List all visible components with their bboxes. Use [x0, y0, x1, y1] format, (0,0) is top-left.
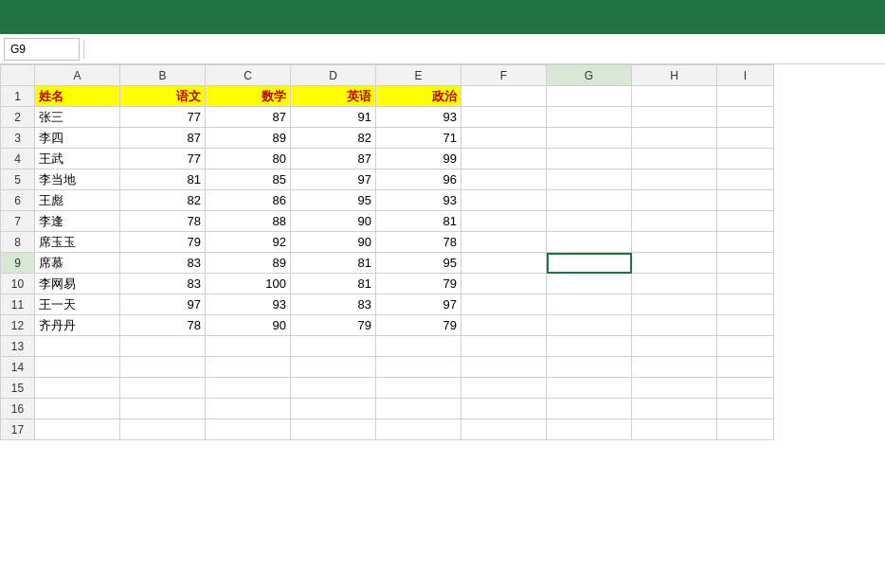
cell-6-D[interactable]: 95	[291, 190, 376, 211]
cell-15-B[interactable]	[120, 378, 206, 399]
cell-17-C[interactable]	[206, 419, 291, 440]
cell-17-D[interactable]	[291, 419, 376, 440]
col-header-F[interactable]: F	[461, 65, 547, 86]
cell-1-H[interactable]	[632, 86, 717, 107]
cell-7-F[interactable]	[461, 211, 547, 232]
row-header-4[interactable]: 4	[1, 149, 35, 169]
cell-13-F[interactable]	[461, 336, 547, 357]
row-header-12[interactable]: 12	[1, 315, 35, 336]
cell-2-G[interactable]	[547, 107, 632, 128]
row-header-10[interactable]: 10	[1, 274, 35, 294]
cell-15-C[interactable]	[206, 378, 291, 399]
cell-10-I[interactable]	[717, 274, 774, 294]
cell-14-E[interactable]	[376, 357, 461, 378]
cell-12-A[interactable]: 齐丹丹	[35, 315, 120, 336]
cell-12-B[interactable]: 78	[120, 315, 206, 336]
cell-4-G[interactable]	[547, 149, 632, 169]
row-header-15[interactable]: 15	[1, 378, 35, 399]
cell-6-E[interactable]: 93	[376, 190, 461, 211]
cell-11-C[interactable]: 93	[206, 294, 291, 315]
cell-2-I[interactable]	[717, 107, 774, 128]
cell-1-A[interactable]: 姓名	[35, 86, 120, 107]
cell-16-F[interactable]	[461, 399, 547, 419]
cell-7-I[interactable]	[717, 211, 774, 232]
cell-16-I[interactable]	[717, 399, 774, 419]
row-header-8[interactable]: 8	[1, 232, 35, 253]
cell-10-B[interactable]: 83	[120, 274, 206, 294]
cell-11-G[interactable]	[547, 294, 632, 315]
cell-10-C[interactable]: 100	[206, 274, 291, 294]
cell-2-A[interactable]: 张三	[35, 107, 120, 128]
cell-9-A[interactable]: 席慕	[35, 253, 120, 274]
cell-13-D[interactable]	[291, 336, 376, 357]
cell-13-G[interactable]	[547, 336, 632, 357]
cell-15-A[interactable]	[35, 378, 120, 399]
cell-12-G[interactable]	[547, 315, 632, 336]
cell-16-B[interactable]	[120, 399, 206, 419]
cell-7-H[interactable]	[632, 211, 717, 232]
col-header-G[interactable]: G	[547, 65, 632, 86]
row-header-16[interactable]: 16	[1, 399, 35, 419]
cell-13-E[interactable]	[376, 336, 461, 357]
cell-17-A[interactable]	[35, 419, 120, 440]
cell-15-F[interactable]	[461, 378, 547, 399]
menu-dev-tools[interactable]	[176, 13, 195, 21]
cell-2-C[interactable]: 87	[206, 107, 291, 128]
cell-6-G[interactable]	[547, 190, 632, 211]
cell-5-H[interactable]	[632, 169, 717, 190]
cell-5-A[interactable]: 李当地	[35, 169, 120, 190]
cell-5-E[interactable]: 96	[376, 169, 461, 190]
row-header-5[interactable]: 5	[1, 169, 35, 190]
cell-2-D[interactable]: 91	[291, 107, 376, 128]
menu-insert[interactable]	[44, 13, 63, 21]
cell-15-G[interactable]	[547, 378, 632, 399]
col-header-A[interactable]: A	[35, 65, 120, 86]
cell-11-D[interactable]: 83	[291, 294, 376, 315]
cell-16-A[interactable]	[35, 399, 120, 419]
cell-7-A[interactable]: 李逢	[35, 211, 120, 232]
cell-9-E[interactable]: 95	[376, 253, 461, 274]
cell-8-E[interactable]: 78	[376, 232, 461, 253]
cell-15-H[interactable]	[632, 378, 717, 399]
cell-17-G[interactable]	[547, 419, 632, 440]
cell-8-G[interactable]	[547, 232, 632, 253]
cell-10-D[interactable]: 81	[291, 274, 376, 294]
row-header-9[interactable]: 9	[1, 253, 35, 274]
cell-6-A[interactable]: 王彪	[35, 190, 120, 211]
menu-start[interactable]	[25, 13, 44, 21]
cell-1-D[interactable]: 英语	[291, 86, 376, 107]
cell-16-E[interactable]	[376, 399, 461, 419]
cell-9-I[interactable]	[717, 253, 774, 274]
cell-13-C[interactable]	[206, 336, 291, 357]
cell-4-B[interactable]: 77	[120, 149, 206, 169]
cell-14-B[interactable]	[120, 357, 206, 378]
cell-1-F[interactable]	[461, 86, 547, 107]
cell-6-F[interactable]	[461, 190, 547, 211]
cell-12-D[interactable]: 79	[291, 315, 376, 336]
cell-12-I[interactable]	[717, 315, 774, 336]
cell-8-A[interactable]: 席玉玉	[35, 232, 120, 253]
col-header-I[interactable]: I	[717, 65, 774, 86]
cell-reference-box[interactable]: G9	[4, 38, 80, 61]
cell-12-E[interactable]: 79	[376, 315, 461, 336]
cell-6-I[interactable]	[717, 190, 774, 211]
cell-8-D[interactable]: 90	[291, 232, 376, 253]
row-header-14[interactable]: 14	[1, 357, 35, 378]
cell-12-F[interactable]	[461, 315, 547, 336]
cell-17-B[interactable]	[120, 419, 206, 440]
col-header-H[interactable]: H	[632, 65, 717, 86]
cell-1-I[interactable]	[717, 86, 774, 107]
cell-17-I[interactable]	[717, 419, 774, 440]
cell-17-H[interactable]	[632, 419, 717, 440]
col-header-E[interactable]: E	[376, 65, 461, 86]
cell-11-F[interactable]	[461, 294, 547, 315]
cell-3-B[interactable]: 87	[120, 128, 206, 149]
cell-3-I[interactable]	[717, 128, 774, 149]
cell-9-F[interactable]	[461, 253, 547, 274]
col-header-B[interactable]: B	[120, 65, 206, 86]
cell-6-H[interactable]	[632, 190, 717, 211]
cell-1-B[interactable]: 语文	[120, 86, 206, 107]
cell-7-E[interactable]: 81	[376, 211, 461, 232]
cell-5-D[interactable]: 97	[291, 169, 376, 190]
cell-14-H[interactable]	[632, 357, 717, 378]
